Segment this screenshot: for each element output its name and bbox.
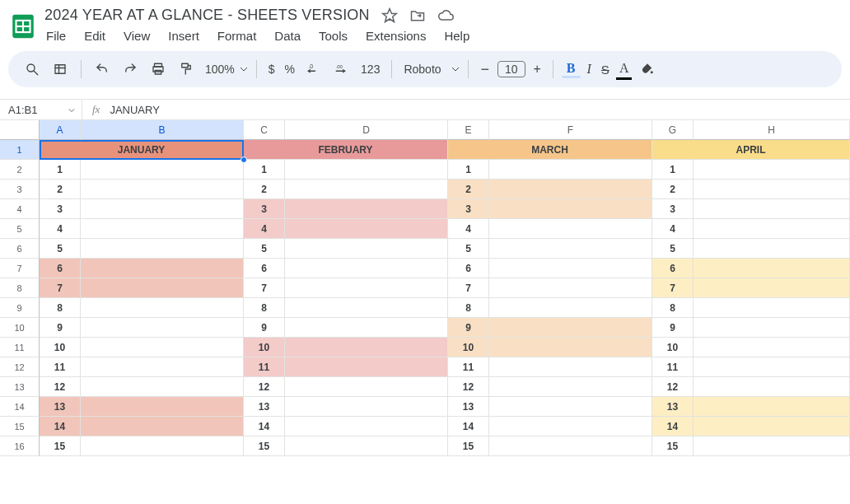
event-cell[interactable] xyxy=(81,417,244,436)
day-cell[interactable]: 15 xyxy=(652,436,694,456)
event-cell[interactable] xyxy=(694,160,850,180)
col-header-E[interactable]: E xyxy=(448,120,489,140)
day-cell[interactable]: 4 xyxy=(40,219,81,239)
undo-icon[interactable] xyxy=(90,57,114,82)
cloud-status-icon[interactable] xyxy=(437,7,454,24)
day-cell[interactable]: 2 xyxy=(244,180,285,199)
move-icon[interactable] xyxy=(409,7,426,24)
event-cell[interactable] xyxy=(694,338,850,357)
event-cell[interactable] xyxy=(694,199,850,219)
italic-button[interactable]: I xyxy=(584,62,595,77)
row-header-15[interactable]: 15 xyxy=(0,417,40,436)
row-header-10[interactable]: 10 xyxy=(0,318,40,338)
day-cell[interactable]: 2 xyxy=(40,180,81,199)
event-cell[interactable] xyxy=(285,259,448,278)
event-cell[interactable] xyxy=(489,219,652,239)
event-cell[interactable] xyxy=(489,298,652,318)
day-cell[interactable]: 15 xyxy=(40,436,81,456)
selection-handle[interactable] xyxy=(241,156,247,163)
increase-decimal-icon[interactable]: .00 xyxy=(329,57,354,82)
row-header-4[interactable]: 4 xyxy=(0,199,40,219)
menu-edit[interactable]: Edit xyxy=(84,29,105,43)
menu-extensions[interactable]: Extensions xyxy=(366,29,426,43)
day-cell[interactable]: 8 xyxy=(652,298,694,318)
menu-tools[interactable]: Tools xyxy=(319,29,348,43)
day-cell[interactable]: 15 xyxy=(448,436,489,456)
event-cell[interactable] xyxy=(694,219,850,239)
day-cell[interactable]: 6 xyxy=(652,259,694,278)
menu-data[interactable]: Data xyxy=(274,29,301,43)
event-cell[interactable] xyxy=(81,259,244,278)
bold-button[interactable]: B xyxy=(562,61,581,78)
event-cell[interactable] xyxy=(489,199,652,219)
day-cell[interactable]: 8 xyxy=(40,298,81,318)
font-size-increase[interactable]: + xyxy=(530,62,544,77)
number-format[interactable]: 123 xyxy=(357,63,383,76)
zoom-value[interactable]: 100% xyxy=(202,63,238,76)
month-header[interactable]: APRIL xyxy=(652,140,850,160)
event-cell[interactable] xyxy=(81,199,244,219)
day-cell[interactable]: 13 xyxy=(244,397,285,417)
font-dropdown-icon[interactable] xyxy=(451,63,460,76)
day-cell[interactable]: 5 xyxy=(244,239,285,259)
day-cell[interactable]: 6 xyxy=(40,259,81,278)
redo-icon[interactable] xyxy=(118,57,142,82)
day-cell[interactable]: 9 xyxy=(652,318,694,338)
month-header[interactable]: MARCH xyxy=(448,140,652,160)
event-cell[interactable] xyxy=(489,239,652,259)
day-cell[interactable]: 7 xyxy=(244,278,285,298)
day-cell[interactable]: 9 xyxy=(448,318,489,338)
decrease-decimal-icon[interactable]: .0 xyxy=(301,57,326,82)
select-all-corner[interactable] xyxy=(0,120,40,140)
format-currency[interactable]: $ xyxy=(265,63,278,76)
col-header-B[interactable]: B xyxy=(81,120,244,140)
event-cell[interactable] xyxy=(694,278,850,298)
day-cell[interactable]: 7 xyxy=(652,278,694,298)
event-cell[interactable] xyxy=(285,278,448,298)
event-cell[interactable] xyxy=(285,318,448,338)
name-box-dropdown-icon[interactable] xyxy=(68,104,75,116)
event-cell[interactable] xyxy=(285,239,448,259)
event-cell[interactable] xyxy=(285,298,448,318)
event-cell[interactable] xyxy=(489,397,652,417)
day-cell[interactable]: 9 xyxy=(244,318,285,338)
day-cell[interactable]: 7 xyxy=(448,278,489,298)
sheets-logo[interactable] xyxy=(7,10,40,43)
event-cell[interactable] xyxy=(489,318,652,338)
event-cell[interactable] xyxy=(489,417,652,436)
month-header[interactable]: JANUARY xyxy=(40,140,244,160)
row-header-12[interactable]: 12 xyxy=(0,357,40,377)
day-cell[interactable]: 1 xyxy=(652,160,694,180)
day-cell[interactable]: 14 xyxy=(652,417,694,436)
paint-format-icon[interactable] xyxy=(174,57,198,82)
day-cell[interactable]: 13 xyxy=(448,397,489,417)
event-cell[interactable] xyxy=(285,397,448,417)
event-cell[interactable] xyxy=(489,180,652,199)
row-header-2[interactable]: 2 xyxy=(0,160,40,180)
row-header-5[interactable]: 5 xyxy=(0,219,40,239)
day-cell[interactable]: 12 xyxy=(652,377,694,397)
print-icon[interactable] xyxy=(146,57,170,82)
row-header-7[interactable]: 7 xyxy=(0,259,40,278)
formula-value[interactable]: JANUARY xyxy=(110,104,159,116)
event-cell[interactable] xyxy=(694,318,850,338)
day-cell[interactable]: 10 xyxy=(40,338,81,357)
day-cell[interactable]: 12 xyxy=(244,377,285,397)
day-cell[interactable]: 10 xyxy=(244,338,285,357)
name-box[interactable]: A1:B1 xyxy=(0,100,82,119)
zoom-dropdown-icon[interactable] xyxy=(240,63,248,76)
event-cell[interactable] xyxy=(81,298,244,318)
day-cell[interactable]: 1 xyxy=(40,160,81,180)
day-cell[interactable]: 2 xyxy=(448,180,489,199)
row-header-3[interactable]: 3 xyxy=(0,180,40,199)
event-cell[interactable] xyxy=(489,436,652,456)
day-cell[interactable]: 10 xyxy=(652,338,694,357)
event-cell[interactable] xyxy=(694,180,850,199)
day-cell[interactable]: 8 xyxy=(448,298,489,318)
search-icon[interactable] xyxy=(20,57,44,82)
event-cell[interactable] xyxy=(694,259,850,278)
event-cell[interactable] xyxy=(489,259,652,278)
day-cell[interactable]: 15 xyxy=(244,436,285,456)
event-cell[interactable] xyxy=(694,397,850,417)
col-header-F[interactable]: F xyxy=(489,120,652,140)
